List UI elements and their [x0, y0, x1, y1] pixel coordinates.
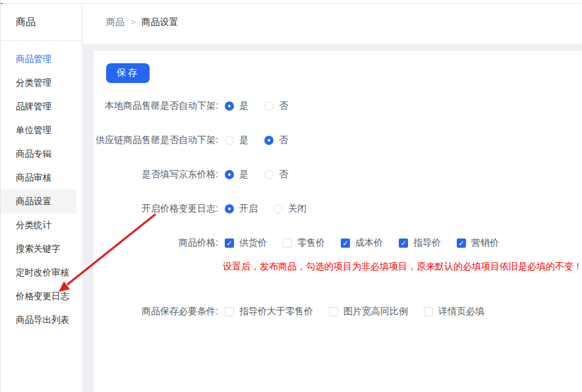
option-label: 指导价: [413, 237, 441, 249]
form-row: 供应链商品售罄是否自动下架:是否: [94, 133, 582, 148]
sidebar: 商品 商品管理分类管理品牌管理单位管理商品专辑商品审核商品设置分类统计搜索关键字…: [1, 4, 82, 392]
radio-group: 是否: [225, 134, 304, 146]
checkbox-unchecked-icon[interactable]: [225, 307, 234, 316]
checkbox-option[interactable]: ✓成本价: [341, 237, 383, 249]
form-row: 本地商品售罄是否自动下架:是否: [94, 99, 582, 113]
sidebar-item-5[interactable]: 商品专辑: [1, 142, 82, 166]
option-label: 否: [279, 134, 288, 146]
option-label: 供货价: [239, 237, 267, 249]
checkbox-option[interactable]: 图片宽高同比例: [329, 306, 408, 318]
radio-group: 是否: [225, 169, 304, 181]
sidebar-item-4[interactable]: 单位管理: [1, 119, 82, 142]
radio-option[interactable]: 关闭: [274, 203, 306, 215]
option-label: 详情页必填: [438, 306, 484, 318]
sidebar-item-10[interactable]: 定时改价审核: [1, 261, 82, 285]
sidebar-item-11[interactable]: 价格变更日志: [1, 285, 82, 308]
form-row: 商品保存必要条件:指导价大于零售价图片宽高同比例详情页必填: [94, 304, 582, 319]
option-label: 零售价: [297, 237, 325, 249]
option-label: 开启: [239, 203, 258, 215]
radio-checked-icon[interactable]: [225, 204, 234, 213]
radio-option[interactable]: 否: [264, 134, 288, 146]
sidebar-item-2[interactable]: 分类管理: [1, 71, 82, 95]
save-button[interactable]: 保存: [106, 63, 150, 83]
option-label: 指导价大于零售价: [239, 306, 313, 318]
radio-checked-icon[interactable]: [225, 170, 234, 179]
form-row: 商品价格:✓供货价零售价✓成本价✓指导价✓营销价: [94, 236, 582, 250]
sidebar-item-9[interactable]: 搜索关键字: [1, 237, 82, 261]
checkbox-checked-icon[interactable]: ✓: [457, 238, 466, 248]
form-row: 开启价格变更日志:开启关闭: [94, 202, 582, 216]
checkbox-option[interactable]: ✓营销价: [457, 237, 499, 249]
breadcrumb: 商品 > 商品设置: [83, 4, 582, 40]
field-label: 本地商品售罄是否自动下架:: [94, 100, 218, 112]
checkbox-group: 指导价大于零售价图片宽高同比例详情页必填: [225, 306, 500, 318]
radio-group: 是否: [225, 100, 304, 112]
option-label: 图片宽高同比例: [343, 306, 408, 318]
settings-card: 保存 本地商品售罄是否自动下架:是否供应链商品售罄是否自动下架:是否是否填写京东…: [94, 51, 582, 392]
checkbox-checked-icon[interactable]: ✓: [341, 238, 350, 248]
field-label: 商品价格:: [94, 237, 218, 249]
sidebar-item-8[interactable]: 分类统计: [1, 213, 82, 237]
radio-checked-icon[interactable]: [225, 101, 234, 111]
option-label: 是: [239, 134, 248, 146]
field-label: 是否填写京东价格:: [94, 169, 218, 181]
option-label: 否: [279, 169, 288, 181]
checkbox-option[interactable]: 指导价大于零售价: [225, 306, 313, 318]
radio-option[interactable]: 是: [225, 100, 248, 112]
radio-option[interactable]: 是: [225, 169, 248, 181]
checkbox-checked-icon[interactable]: ✓: [399, 238, 408, 248]
checkbox-checked-icon[interactable]: ✓: [225, 238, 234, 248]
radio-option[interactable]: 否: [264, 169, 288, 181]
checkbox-unchecked-icon[interactable]: [424, 307, 433, 316]
option-label: 关闭: [288, 203, 306, 215]
sidebar-title: 商品: [1, 4, 82, 41]
breadcrumb-item-goods-settings: 商品设置: [142, 16, 179, 28]
radio-option[interactable]: 开启: [225, 203, 258, 215]
page: 商品 商品管理分类管理品牌管理单位管理商品专辑商品审核商品设置分类统计搜索关键字…: [0, 0, 582, 392]
radio-unchecked-icon[interactable]: [225, 136, 234, 145]
radio-option[interactable]: 是: [225, 134, 248, 146]
option-label: 营销价: [471, 237, 499, 249]
breadcrumb-separator-icon: >: [131, 17, 136, 27]
field-label: 供应链商品售罄是否自动下架:: [94, 134, 218, 146]
field-label: 开启价格变更日志:: [94, 203, 218, 215]
checkbox-option[interactable]: 详情页必填: [424, 306, 484, 318]
form-row: 是否填写京东价格:是否: [94, 167, 582, 182]
option-label: 成本价: [355, 237, 383, 249]
warning-note: 设置后，发布商品，勾选的项目为非必填项目，原来默认的必填项目依旧是必填的不变！: [223, 261, 582, 273]
radio-unchecked-icon[interactable]: [274, 204, 283, 213]
sidebar-item-3[interactable]: 品牌管理: [1, 95, 82, 119]
radio-option[interactable]: 否: [264, 100, 288, 112]
option-label: 是: [239, 169, 248, 181]
sidebar-item-6[interactable]: 商品审核: [1, 166, 82, 190]
sidebar-menu: 商品管理分类管理品牌管理单位管理商品专辑商品审核商品设置分类统计搜索关键字定时改…: [1, 41, 82, 332]
radio-group: 开启关闭: [225, 203, 322, 215]
sidebar-title-label: 商品: [16, 16, 36, 28]
content-background: 保存 本地商品售罄是否自动下架:是否供应链商品售罄是否自动下架:是否是否填写京东…: [83, 44, 582, 392]
option-label: 是: [239, 100, 248, 112]
radio-checked-icon[interactable]: [264, 136, 274, 145]
radio-unchecked-icon[interactable]: [264, 101, 274, 111]
settings-form: 本地商品售罄是否自动下架:是否供应链商品售罄是否自动下架:是否是否填写京东价格:…: [94, 99, 582, 319]
sidebar-item-12[interactable]: 商品导出列表: [1, 308, 82, 332]
main-content: 商品 > 商品设置 保存 本地商品售罄是否自动下架:是否供应链商品售罄是否自动下…: [83, 4, 582, 392]
checkbox-unchecked-icon[interactable]: [329, 307, 338, 316]
sidebar-item-1[interactable]: 商品管理: [1, 47, 82, 71]
checkbox-group: ✓供货价零售价✓成本价✓指导价✓营销价: [225, 237, 515, 249]
option-label: 否: [279, 100, 288, 112]
checkbox-unchecked-icon[interactable]: [283, 238, 292, 248]
radio-unchecked-icon[interactable]: [264, 170, 274, 179]
checkbox-option[interactable]: 零售价: [283, 237, 325, 249]
checkbox-option[interactable]: ✓供货价: [225, 237, 267, 249]
breadcrumb-item-goods[interactable]: 商品: [106, 16, 125, 28]
checkbox-option[interactable]: ✓指导价: [399, 237, 441, 249]
field-label: 商品保存必要条件:: [94, 306, 218, 318]
sidebar-item-7[interactable]: 商品设置: [1, 190, 76, 213]
